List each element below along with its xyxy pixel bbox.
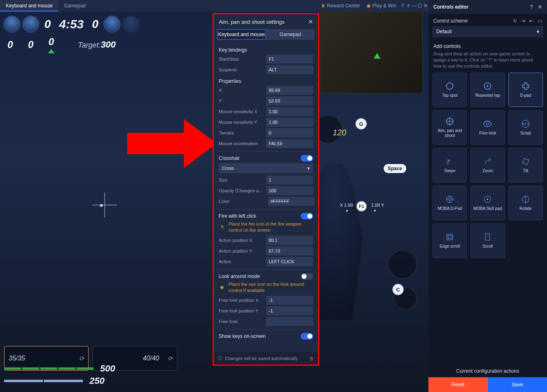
swap-icon: ⟳: [79, 355, 84, 362]
svg-point-6: [486, 123, 489, 125]
ctrl-aim-pan-shoot[interactable]: Aim, pan and shoot: [433, 110, 467, 145]
menu-icon[interactable]: ≡: [405, 3, 411, 9]
minimap: [320, 11, 423, 93]
sensitivity-x-input[interactable]: [266, 107, 313, 116]
swipe-icon: [445, 157, 454, 166]
modal-tab-gamepad[interactable]: Gamepad: [266, 29, 315, 40]
crosshair-color-input[interactable]: [268, 197, 315, 206]
panel-close-icon[interactable]: ✕: [538, 4, 542, 10]
skill-cost: 120: [333, 128, 346, 137]
fire-left-toggle[interactable]: [301, 213, 313, 219]
chevron-down-icon[interactable]: ▾: [346, 208, 348, 213]
ctrl-scroll[interactable]: Scroll: [470, 223, 505, 258]
folder-icon[interactable]: ▭: [538, 18, 542, 24]
ctrl-tap-spot[interactable]: Tap spot: [433, 73, 467, 107]
prop-x-input[interactable]: [266, 86, 313, 95]
show-keys-toggle[interactable]: [301, 333, 313, 340]
key-bubble-c[interactable]: C: [392, 284, 404, 295]
armor-value: 250: [89, 376, 105, 386]
tweaks-input[interactable]: [266, 128, 313, 137]
aim-settings-modal: Aim, pan and shoot settings ✕ Keyboard a…: [213, 13, 319, 366]
svg-point-2: [487, 85, 488, 87]
weapon-icon: [34, 353, 71, 364]
key-bubble-g[interactable]: G: [355, 118, 367, 130]
svg-rect-23: [485, 234, 490, 240]
ctrl-tilt[interactable]: Tilt: [508, 148, 543, 182]
game-viewport: Keyboard and mouse Gamepad ♛ Reward Cent…: [0, 0, 428, 392]
ctrl-moba-skill[interactable]: MOBA Skill pad: [470, 186, 505, 220]
action-y-input[interactable]: [266, 246, 313, 255]
modal-title: Aim, pan and shoot settings: [219, 19, 284, 25]
crosshair-opacity-input[interactable]: [266, 186, 313, 195]
ctrl-swipe[interactable]: Swipe: [433, 148, 467, 182]
aim-x-value: X 1.00: [340, 203, 353, 207]
ctrl-rotate[interactable]: Rotate: [508, 186, 543, 220]
crosshair-icon: [92, 193, 117, 217]
config-actions-label: Current configuration actions: [428, 368, 547, 374]
tab-gamepad[interactable]: Gamepad: [58, 0, 92, 11]
circle-icon: [445, 82, 454, 91]
mouse-icon: 🖱: [219, 221, 225, 233]
aim-f1-badge[interactable]: F1: [356, 201, 367, 212]
action-button[interactable]: [388, 250, 417, 279]
ctrl-dpad[interactable]: D-pad: [508, 73, 543, 107]
target-label: Target:300: [78, 39, 116, 50]
freelook-key-input[interactable]: [266, 317, 313, 326]
ctrl-zoom[interactable]: Zoom: [470, 148, 505, 182]
match-timer: 4:53: [55, 17, 88, 31]
crosshair-size-input[interactable]: [266, 175, 313, 185]
maximize-icon[interactable]: ☐: [417, 3, 423, 9]
freelook-x-input[interactable]: [266, 296, 313, 305]
delete-icon[interactable]: 🗑: [309, 356, 314, 361]
key-bubble-space[interactable]: Space: [384, 164, 406, 173]
import-icon[interactable]: ⇥: [521, 18, 525, 24]
minimize-icon[interactable]: —: [411, 3, 417, 9]
rotate-icon: [521, 195, 530, 204]
help-icon[interactable]: ?: [530, 4, 533, 10]
edge-scroll-icon: [445, 232, 454, 242]
ctrl-repeated-tap[interactable]: Repeated tap: [470, 73, 505, 107]
action-x-input[interactable]: [266, 236, 313, 245]
start-stop-input[interactable]: [266, 55, 313, 64]
player-marker-icon: [374, 53, 380, 59]
moba-dpad-icon: [445, 195, 454, 204]
team-avatar: [122, 16, 140, 33]
section-properties: Properties: [219, 78, 313, 84]
close-icon[interactable]: ✕: [423, 3, 428, 9]
app-bar: Keyboard and mouse Gamepad ♛ Reward Cent…: [0, 0, 428, 11]
look-mode-toggle[interactable]: [301, 273, 313, 280]
ctrl-free-look[interactable]: Free look: [470, 110, 505, 145]
refresh-icon[interactable]: ↻: [513, 18, 517, 24]
ctrl-moba-dpad[interactable]: MOBA D-Pad: [433, 186, 467, 220]
reward-center-link[interactable]: ♛ Reward Center: [318, 3, 364, 9]
action-key-input[interactable]: [266, 257, 313, 266]
section-key-bindings: Key bindings: [219, 47, 313, 53]
team-avatar: [103, 16, 121, 33]
ctrl-script[interactable]: </>Script: [508, 110, 543, 145]
score-left: 0: [40, 18, 55, 31]
prop-y-input[interactable]: [266, 96, 313, 105]
freelook-y-input[interactable]: [266, 306, 313, 315]
team-avatar: [3, 16, 21, 33]
help-icon[interactable]: ?: [400, 3, 405, 9]
suspend-input[interactable]: [266, 65, 313, 74]
tab-keyboard-mouse[interactable]: Keyboard and mouse: [0, 0, 58, 11]
export-icon[interactable]: ⇤: [529, 18, 533, 24]
sensitivity-y-input[interactable]: [266, 118, 313, 127]
ctrl-edge-scroll[interactable]: Edge scroll: [433, 223, 467, 258]
modal-close-icon[interactable]: ✕: [308, 18, 313, 25]
play-win-link[interactable]: ◉ Play & Win: [363, 3, 400, 9]
crosshair-toggle[interactable]: [301, 155, 313, 162]
scheme-select[interactable]: Default▾: [433, 26, 543, 37]
save-button[interactable]: Save: [488, 377, 547, 392]
show-keys-label: Show keys on-screen: [219, 333, 266, 339]
eye-icon: ◉: [219, 281, 225, 294]
chevron-down-icon: ▾: [307, 166, 310, 171]
modal-tab-kbm[interactable]: Keyboard and mouse: [217, 29, 266, 40]
chevron-down-icon[interactable]: ▾: [374, 208, 376, 213]
fire-left-label: Fire with left click: [219, 213, 256, 219]
crosshair-type-select[interactable]: Cross▾: [219, 163, 313, 173]
mouse-accel-input[interactable]: [266, 139, 313, 148]
reset-button[interactable]: Reset: [428, 377, 488, 392]
panel-title: Controls editor: [433, 4, 469, 10]
